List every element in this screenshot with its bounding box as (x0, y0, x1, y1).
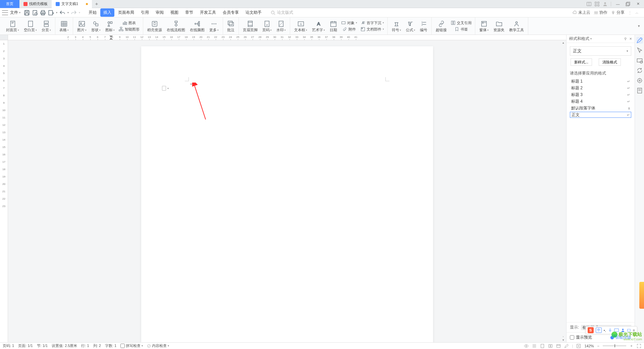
tab-templates[interactable]: 找稻壳模板 (19, 0, 52, 8)
svg-rect-26 (44, 21, 49, 23)
redo-icon[interactable] (71, 10, 77, 16)
form-button[interactable]: 窗体▾ (477, 19, 491, 33)
comment-button[interactable]: 批注 (225, 19, 236, 33)
window-controls: — ✕ (587, 2, 644, 6)
mindmap-button[interactable]: 在线脑图 (188, 19, 207, 33)
print-icon[interactable] (40, 10, 46, 16)
close-button[interactable]: ✕ (635, 2, 641, 6)
table-button[interactable]: 表格▾ (57, 19, 71, 33)
undo-icon[interactable] (59, 10, 65, 16)
menu-插入[interactable]: 插入 (100, 8, 114, 17)
layout1-icon[interactable] (587, 2, 591, 6)
watermark-button[interactable]: 水印▾ (274, 19, 288, 33)
share-button[interactable]: 分享 (611, 10, 625, 15)
symbol-button[interactable]: 符号▾ (390, 19, 403, 33)
svg-rect-7 (626, 3, 629, 6)
print-preview-icon[interactable] (32, 10, 38, 16)
svg-rect-29 (61, 21, 67, 27)
tab-home[interactable]: 首页 (0, 0, 19, 8)
svg-rect-5 (598, 4, 599, 6)
minimize-button[interactable]: — (614, 2, 621, 6)
svg-rect-10 (26, 10, 28, 12)
menu-引用[interactable]: 引用 (138, 8, 152, 17)
menu-会员专享[interactable]: 会员专享 (220, 8, 242, 17)
file-menu[interactable]: 文件▾ (10, 10, 20, 15)
doc-parts-button[interactable]: 文档部件▾ (359, 26, 385, 32)
svg-rect-11 (25, 13, 29, 15)
teach-tools-button[interactable]: 教学工具 (507, 19, 526, 33)
svg-rect-37 (96, 24, 98, 26)
svg-rect-45 (119, 30, 120, 31)
ribbon-pin-icon[interactable]: ▾ (638, 24, 640, 28)
grid-icon[interactable] (595, 2, 599, 6)
picture-button[interactable]: 图片▾ (75, 19, 89, 33)
menu-开始[interactable]: 开始 (86, 8, 100, 17)
svg-rect-88 (453, 21, 455, 25)
search-icon (271, 10, 275, 15)
tab-document[interactable]: 文字文稿1 (52, 0, 92, 8)
menu-章节[interactable]: 章节 (182, 8, 196, 17)
icons-button[interactable]: 图标▾ (103, 19, 117, 33)
template-icon (23, 2, 28, 6)
object-button[interactable]: 对象▾ (340, 20, 359, 26)
bookmark-button[interactable]: 书签 (449, 26, 473, 32)
svg-rect-82 (362, 28, 363, 29)
svg-rect-61 (228, 21, 232, 25)
textbox-button[interactable]: A文本框▾ (292, 19, 309, 33)
cross-reference-button[interactable]: 交叉引用 (449, 20, 473, 26)
search-placeholder: 论文版式 (277, 10, 293, 15)
tab-label: 找稻壳模板 (29, 1, 48, 6)
svg-text:2: 2 (422, 23, 423, 26)
menu-页面布局[interactable]: 页面布局 (115, 8, 137, 17)
date-button[interactable]: 日期 (328, 19, 339, 33)
svg-line-69 (279, 22, 282, 25)
cooperate-button[interactable]: 协作 (594, 10, 607, 15)
svg-point-54 (195, 23, 196, 24)
new-tab-button[interactable]: ＋ (92, 1, 101, 7)
svg-rect-4 (595, 4, 596, 6)
flowchart-button[interactable]: 在线流程图 (165, 19, 187, 33)
resource-folder-button[interactable]: 资源夹 (491, 19, 506, 33)
hyperlink-button[interactable]: 超链接 (434, 19, 449, 33)
svg-marker-40 (108, 24, 110, 27)
ribbon-tabs: 开始插入页面布局引用审阅视图章节开发工具会员专享论文助手 (86, 8, 265, 17)
preview-icon[interactable] (48, 10, 54, 16)
cover-page-button[interactable]: 封面页▾ (4, 19, 21, 33)
chart-button[interactable]: 图表 (117, 20, 141, 26)
page-break-button[interactable]: 分页▾ (40, 19, 53, 33)
menu-审阅[interactable]: 审阅 (153, 8, 167, 17)
shapes-button[interactable]: 形状▾ (89, 19, 103, 33)
svg-point-38 (108, 22, 110, 24)
tab-label: 文字文稿1 (61, 1, 78, 6)
more-button[interactable]: 更多▾ (207, 19, 221, 33)
menu-视图[interactable]: 视图 (167, 8, 181, 17)
wordart-button[interactable]: A艺术字▾ (310, 19, 327, 33)
collapse-ribbon-icon[interactable]: ︿ (635, 10, 639, 15)
menu-论文助手[interactable]: 论文助手 (243, 8, 265, 17)
svg-point-59 (214, 23, 215, 24)
quick-access-toolbar: ▾ ▾ ▾ (24, 10, 80, 16)
user-icon[interactable] (603, 2, 607, 6)
svg-text:#: # (266, 23, 268, 27)
numbering-button[interactable]: 12编号 (418, 19, 429, 33)
equation-button[interactable]: 公式▾ (404, 19, 417, 33)
svg-rect-27 (44, 24, 49, 27)
cloud-status[interactable]: 未上云 (573, 10, 590, 15)
blank-page-button[interactable]: 空白页▾ (22, 19, 39, 33)
svg-point-92 (516, 22, 518, 24)
docer-resource-button[interactable]: 稻壳资源 (145, 19, 164, 33)
save-icon[interactable] (24, 10, 30, 16)
svg-point-35 (80, 22, 82, 24)
svg-rect-2 (595, 2, 596, 3)
header-footer-button[interactable]: 页眉页脚 (241, 19, 260, 33)
svg-rect-34 (79, 21, 85, 27)
hamburger-icon[interactable] (2, 10, 8, 15)
attachment-button[interactable]: 附件 (340, 26, 359, 32)
menu-开发工具[interactable]: 开发工具 (197, 8, 219, 17)
drop-cap-button[interactable]: A首字下沉▾ (359, 20, 385, 26)
search-paper[interactable]: 论文版式 (271, 10, 293, 15)
page-number-button[interactable]: #页码▾ (260, 19, 274, 33)
maximize-button[interactable] (625, 2, 631, 6)
svg-text:A: A (362, 21, 364, 25)
smart-art-button[interactable]: 智能图形 (117, 26, 141, 32)
